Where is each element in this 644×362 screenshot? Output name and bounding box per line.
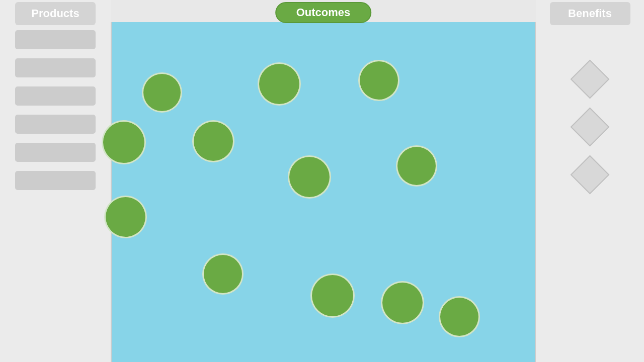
- outcome-circle[interactable]: [288, 155, 331, 199]
- product-item[interactable]: [15, 30, 96, 49]
- canvas-area[interactable]: [111, 22, 536, 362]
- product-item[interactable]: [15, 86, 96, 106]
- product-item[interactable]: [15, 143, 96, 162]
- outcome-circle[interactable]: [358, 60, 399, 101]
- product-item[interactable]: [15, 115, 96, 134]
- outcome-circle[interactable]: [310, 274, 355, 318]
- outcome-circle[interactable]: [104, 196, 147, 238]
- center-panel: Outcomes: [111, 0, 536, 362]
- products-label: Products: [31, 7, 79, 20]
- product-item[interactable]: [15, 171, 96, 190]
- outcome-circle[interactable]: [142, 72, 182, 113]
- benefit-diamond[interactable]: [571, 108, 610, 147]
- outcomes-label: Outcomes: [275, 2, 372, 23]
- outcome-circle[interactable]: [439, 296, 480, 337]
- products-header: Products: [15, 2, 96, 25]
- benefit-diamond[interactable]: [571, 155, 610, 195]
- benefits-header: Benefits: [550, 2, 630, 25]
- outcome-circle[interactable]: [102, 120, 146, 164]
- benefit-diamond[interactable]: [571, 60, 610, 99]
- outcome-circle[interactable]: [202, 253, 244, 295]
- right-panel: Benefits: [536, 0, 644, 362]
- left-panel: Products: [0, 0, 111, 362]
- benefits-label: Benefits: [568, 7, 612, 20]
- outcome-circle[interactable]: [192, 120, 234, 162]
- outcome-circle[interactable]: [381, 281, 424, 324]
- outcome-circle[interactable]: [396, 145, 437, 187]
- product-item[interactable]: [15, 58, 96, 77]
- outcome-circle[interactable]: [258, 62, 301, 106]
